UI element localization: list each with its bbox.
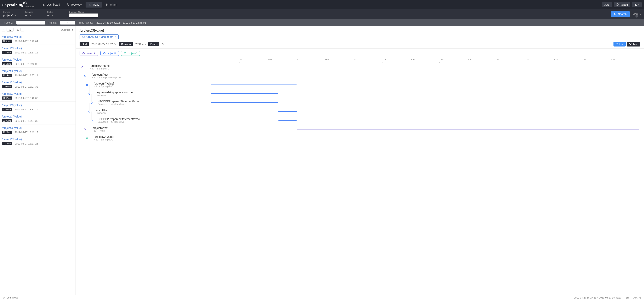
view-tree-button[interactable]: Tree: [627, 42, 640, 46]
span-row[interactable]: H2/JDBI/PreparedStatement/exec...Databas…: [80, 98, 639, 107]
axis-tick: 2.8s: [611, 58, 639, 63]
trace-item[interactable]: /projectC/{value}2213 ms2019-04-27 18:37…: [0, 136, 76, 147]
gear-icon: [3, 296, 6, 299]
filter-status[interactable]: Status All ▾: [47, 11, 66, 17]
trace-name: /projectC/{value}: [2, 115, 73, 118]
svg-rect-0: [67, 3, 68, 4]
span-row[interactable]: org.skywalking.springcloud.tes...Unknown: [80, 89, 639, 98]
span-bar: [297, 129, 639, 129]
span-row[interactable]: /projectB/testHttp – SpringRestTemplate: [80, 72, 639, 80]
nav-tab-topology[interactable]: Topology: [64, 2, 84, 7]
legend-chip-projectB[interactable]: projectB: [100, 51, 119, 56]
span-bar: [211, 84, 297, 85]
span-name: org.skywalking.springcloud.tes...: [96, 91, 136, 94]
page-input[interactable]: [6, 28, 14, 32]
trace-item[interactable]: /projectC/{value}2305 ms2019-04-27 18:37…: [0, 79, 76, 90]
auto-button[interactable]: Auto: [602, 2, 612, 7]
span-bar: [211, 67, 639, 67]
view-tree-label: Tree: [633, 43, 638, 45]
endpoint-input[interactable]: [69, 13, 98, 17]
trace-name: /projectC/{value}: [2, 81, 73, 84]
span-name: /projectC/test: [92, 126, 108, 129]
nav-tab-label: Dashboard: [47, 3, 60, 6]
filter-value: projectC: [3, 14, 13, 17]
span-layer: Database – h2-jdbc-driver: [98, 121, 142, 123]
axis-tick: 1.8s: [468, 58, 496, 63]
search-icon: [614, 13, 617, 15]
traceid-select[interactable]: 4.52.15563617236800095: [80, 34, 118, 39]
axis-tick: 1.6s: [440, 58, 468, 63]
span-bar: [211, 93, 278, 94]
svg-point-3: [635, 4, 636, 5]
span-row[interactable]: H2/JDBI/PreparedStatement/exec...Databas…: [80, 116, 639, 125]
axis-tick: 600: [297, 58, 325, 63]
trace-item[interactable]: /projectC/{value}2292 ms2019-04-27 18:42…: [0, 90, 76, 102]
span-layer: Unknown: [96, 112, 109, 114]
timerange-label: Time Range:: [78, 21, 93, 24]
main-split: ‹ / 50 › Duration /projectC/{value}2391 …: [0, 26, 644, 295]
legend: projectAprojectBprojectC: [76, 49, 644, 57]
logo-text: skywalking: [2, 2, 24, 7]
user-menu-button[interactable]: ▾: [632, 2, 642, 7]
axis-tick: 0: [211, 58, 240, 63]
trace-item[interactable]: /projectC/{value}2314 ms2019-04-27 18:37…: [0, 67, 76, 79]
axis-tick: 1s: [354, 58, 382, 63]
span-layer: Http – SpringMVC: [94, 85, 114, 88]
span-node-icon: [86, 84, 88, 86]
span-row[interactable]: selectUserUnknown: [80, 107, 639, 116]
footer-timerange[interactable]: 2019-04-27 18:27:23 ~ 2019-04-27 18:42:2…: [574, 296, 622, 299]
filter-value: All: [25, 14, 28, 17]
span-row[interactable]: /projectB/{value}Http – SpringMVC: [80, 80, 639, 89]
trace-item[interactable]: /projectC/{value}2285 ms2019-04-27 18:37…: [0, 113, 76, 124]
search-button[interactable]: Search: [611, 11, 630, 17]
traceid-input[interactable]: [16, 21, 45, 24]
sort-control[interactable]: Duration: [61, 28, 74, 31]
nav-tab-dashboard[interactable]: Dashboard: [40, 2, 63, 7]
trace-duration: 2286 ms: [2, 108, 12, 111]
trace-item[interactable]: /projectC/{value}2228 ms2019-04-27 18:42…: [0, 124, 76, 136]
traceid-value: 4.52.15563617236800095: [82, 35, 114, 38]
legend-chip-projectA[interactable]: projectA: [80, 51, 98, 56]
trace-item[interactable]: /projectC/{value}2328 ms2019-04-27 18:37…: [0, 45, 76, 56]
trace-timestamp: 2019-04-27 18:37:15: [15, 51, 38, 54]
trace-timestamp: 2019-04-27 18:42:08: [15, 62, 38, 65]
span-layer: Http – SpringMVC: [94, 138, 114, 141]
span-bar: [278, 111, 297, 112]
span-timeline[interactable]: 02004006008001s1.2s1.4s1.6s1.8s2s2.2s2.4…: [76, 57, 644, 295]
trace-list[interactable]: /projectC/{value}2391 ms2019-04-27 18:42…: [0, 33, 76, 295]
trace-timestamp: 2019-04-27 18:42:04: [15, 40, 38, 43]
trace-item[interactable]: /projectC/{value}2391 ms2019-04-27 18:42…: [0, 33, 76, 45]
logo-subtext: Rocketbot: [25, 5, 34, 8]
span-row[interactable]: /projectC/testHttp – Feign: [80, 125, 639, 134]
span-bar: [278, 120, 297, 121]
trace-item[interactable]: /projectC/{value}2286 ms2019-04-27 18:37…: [0, 102, 76, 113]
view-list-button[interactable]: List: [614, 42, 626, 46]
axis-tick: 400: [268, 58, 297, 63]
span-row[interactable]: /projectC/{value}Http – SpringMVC: [80, 134, 639, 143]
footer-lang[interactable]: En: [626, 296, 628, 299]
trace-timestamp: 2019-04-27 18:37:14: [15, 74, 38, 77]
filter-bar-secondary: TraceID: Range: Time Range: 2019-04-27 1…: [0, 19, 644, 26]
chevron-down-icon: ▾: [15, 14, 16, 17]
footer-tz[interactable]: UTC +8: [633, 296, 641, 299]
traceid-label: TraceID:: [4, 21, 13, 24]
page-total: 50: [16, 28, 19, 31]
range-input[interactable]: [60, 21, 75, 24]
nav-tab-trace[interactable]: Trace: [86, 2, 102, 7]
bar-chart-icon: [42, 3, 46, 6]
user-mode-button[interactable]: User Mode: [6, 296, 18, 299]
page-sep: /: [15, 28, 16, 31]
reload-button[interactable]: Reload: [614, 2, 630, 7]
more-button[interactable]: More ▴: [632, 12, 641, 16]
filter-instance[interactable]: Instance All ▾: [25, 11, 44, 17]
detail-summary: Start 2019-04-27 18:42:04 Duration 2391 …: [80, 42, 640, 46]
nav-tab-alarm[interactable]: Alarm: [103, 2, 120, 7]
span-row[interactable]: /projectA/{name}Http – SpringMVC: [80, 63, 639, 72]
legend-chip-projectC[interactable]: projectC: [121, 51, 140, 56]
pager-prev-button[interactable]: ‹: [2, 28, 6, 31]
filter-service[interactable]: Service projectC ▾: [3, 11, 22, 17]
pager-next-button[interactable]: ›: [20, 28, 24, 31]
trace-timestamp: 2019-04-27 18:42:08: [15, 97, 38, 100]
topology-icon: [67, 3, 70, 6]
trace-item[interactable]: /projectC/{value}2318 ms2019-04-27 18:42…: [0, 56, 76, 67]
